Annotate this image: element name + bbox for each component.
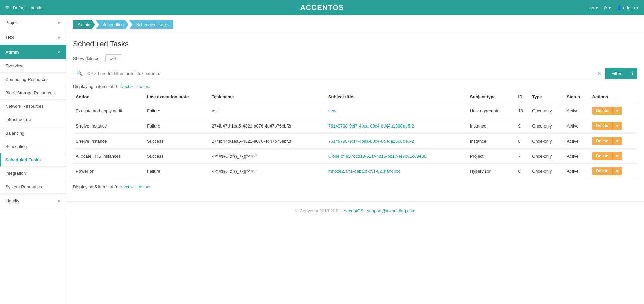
brand-logo: ACCENTOS <box>300 3 344 12</box>
delete-dropdown-button[interactable]: ▼ <box>612 107 622 115</box>
col-type: Type <box>529 91 564 103</box>
cell-subject-title[interactable]: 76149798-9cf7-4bea-80c4-6d44a1868de5-2 <box>326 118 467 134</box>
cell-id: 8 <box>515 134 529 149</box>
chevron-right-icon: ▶ <box>58 20 61 25</box>
sidebar-item-project[interactable]: Project ▶ <box>0 15 66 30</box>
cell-subject-type: Instance <box>467 118 516 134</box>
displaying-count-top: Displaying 5 items of 9 <box>73 84 117 89</box>
breadcrumb-scheduled-tasks[interactable]: Scheduled Tasks <box>129 20 173 29</box>
user-menu[interactable]: 👤 admin ▾ <box>616 5 639 10</box>
cell-last-execution: Failure <box>144 103 209 118</box>
sidebar-item-identity[interactable]: Identity ▶ <box>0 194 66 208</box>
delete-button[interactable]: Delete <box>592 152 612 160</box>
filter-button[interactable]: Filter <box>605 68 627 79</box>
col-actions: Actions <box>590 91 637 103</box>
cell-last-execution: Failure <box>144 118 209 134</box>
chevron-right-icon: ▶ <box>58 35 61 40</box>
pagination-top: Displaying 5 items of 9 Next » Last »» <box>66 82 644 91</box>
support-email-link[interactable]: support@tnxholding.com <box>367 208 415 213</box>
delete-button[interactable]: Delete <box>592 122 612 130</box>
footer-separator: , <box>365 208 367 213</box>
layout: Project ▶ TRS ▶ Admin ▼ Overview Computi… <box>0 15 644 304</box>
col-action: Action <box>73 91 144 103</box>
sidebar-item-infrastructure[interactable]: Infrastructure <box>0 113 66 126</box>
sidebar-item-scheduled-tasks[interactable]: Scheduled Tasks <box>0 153 66 167</box>
info-button[interactable]: ℹ <box>627 68 637 79</box>
search-icon: 🔍 <box>73 69 86 78</box>
delete-dropdown-button[interactable]: ▼ <box>612 137 622 145</box>
toggle-off-label[interactable]: OFF <box>105 55 122 62</box>
table-wrap: Action Last execution state Task name Su… <box>66 91 644 179</box>
sidebar-item-computing-resources[interactable]: Computing Resources <box>0 73 66 86</box>
sidebar-item-trs[interactable]: TRS ▶ <box>0 30 66 45</box>
cell-subject-type: Project <box>467 149 516 164</box>
delete-dropdown-button[interactable]: ▼ <box>612 152 622 160</box>
last-link-top[interactable]: Last »» <box>136 84 151 89</box>
col-id: ID <box>515 91 529 103</box>
cell-subject-type: Instance <box>467 134 516 149</box>
cell-actions: Delete ▼ <box>590 149 637 164</box>
show-deleted-toggle[interactable]: OFF <box>105 54 122 62</box>
delete-dropdown-button[interactable]: ▼ <box>612 122 622 130</box>
cell-subject-title[interactable]: Clone of e37cdd18-52af-4815-bb17-ef7b81c… <box>326 149 467 164</box>
sidebar-item-integration[interactable]: Integration <box>0 167 66 180</box>
col-status: Status <box>564 91 589 103</box>
table-row: Power on Failure -!@#$%^&*()_+{}|"<>?* m… <box>73 164 637 179</box>
table-row: Allocate TRS instances Success -!@#$%^&*… <box>73 149 637 164</box>
language-selector[interactable]: en ▾ <box>589 5 598 10</box>
delete-button[interactable]: Delete <box>592 167 612 175</box>
cell-id: 6 <box>515 164 529 179</box>
cell-subject-title[interactable]: new <box>326 103 467 118</box>
delete-button[interactable]: Delete <box>592 107 612 115</box>
page-header: Scheduled Tasks <box>66 34 644 51</box>
settings-menu[interactable]: ⚙ ▾ <box>603 5 611 10</box>
sidebar-item-network-resources[interactable]: Network Resources <box>0 100 66 113</box>
sidebar-item-balancing[interactable]: Balancing <box>0 126 66 140</box>
action-group: Delete ▼ <box>592 137 635 145</box>
delete-dropdown-button[interactable]: ▼ <box>612 167 622 175</box>
default-admin-selector[interactable]: Default - admin <box>13 5 43 10</box>
last-link-bottom[interactable]: Last »» <box>136 184 151 189</box>
col-subject-title: Subject title <box>326 91 467 103</box>
action-group: Delete ▼ <box>592 107 635 115</box>
show-deleted-label: Show deleted <box>73 56 100 61</box>
cell-type: Once-only <box>529 134 564 149</box>
cell-last-execution: Success <box>144 134 209 149</box>
cell-action: Shelve Instance <box>73 118 144 134</box>
table-row: Shelve Instance Success 274fb47d-1ea5-43… <box>73 134 637 149</box>
cell-type: Once-only <box>529 149 564 164</box>
sidebar-item-block-storage[interactable]: Block Storage Resources <box>0 86 66 100</box>
cell-id: 7 <box>515 149 529 164</box>
cell-actions: Delete ▼ <box>590 103 637 118</box>
next-link-top[interactable]: Next » <box>120 84 133 89</box>
cell-subject-title[interactable]: 76149798-9cf7-4bea-80c4-6d44a1868de5-2 <box>326 134 467 149</box>
chevron-down-icon: ▼ <box>57 50 61 54</box>
sidebar-item-system-resources[interactable]: System Resources <box>0 180 66 194</box>
search-input[interactable] <box>86 69 594 79</box>
breadcrumb-scheduling[interactable]: Scheduling <box>96 20 128 29</box>
cell-subject-title[interactable]: mnode2.ana-deb10t-ovs-02.stand.loc <box>326 164 467 179</box>
sidebar-item-overview[interactable]: Overview <box>0 59 66 73</box>
cell-subject-type: Hypervisor <box>467 164 516 179</box>
action-group: Delete ▼ <box>592 122 635 130</box>
breadcrumb-admin[interactable]: Admin <box>73 20 95 29</box>
cell-status: Active <box>564 118 589 134</box>
cell-task-name: test <box>209 103 326 118</box>
brand-link[interactable]: AccentOS <box>344 208 364 213</box>
next-link-bottom[interactable]: Next » <box>120 184 133 189</box>
scheduled-tasks-table: Action Last execution state Task name Su… <box>73 91 637 179</box>
navbar-right: en ▾ ⚙ ▾ 👤 admin ▾ <box>589 5 639 10</box>
clear-search-button[interactable]: ✕ <box>594 69 605 78</box>
cell-task-name: -!@#$%^&*()_+{}|"<>?* <box>209 149 326 164</box>
cell-status: Active <box>564 149 589 164</box>
breadcrumb: Admin Scheduling Scheduled Tasks <box>66 15 644 34</box>
pagination-bottom: Displaying 5 items of 9 Next » Last »» <box>66 182 644 191</box>
cell-action: Execute and apply audit <box>73 103 144 118</box>
footer: © Copyright 2019-2021 , AccentOS , suppo… <box>66 201 644 220</box>
sidebar-section-admin[interactable]: Admin ▼ <box>0 45 66 59</box>
cell-action: Shelve Instance <box>73 134 144 149</box>
sidebar-item-scheduling[interactable]: Scheduling <box>0 140 66 153</box>
delete-button[interactable]: Delete <box>592 137 612 145</box>
cell-status: Active <box>564 103 589 118</box>
hamburger-icon[interactable]: ≡ <box>5 4 9 11</box>
